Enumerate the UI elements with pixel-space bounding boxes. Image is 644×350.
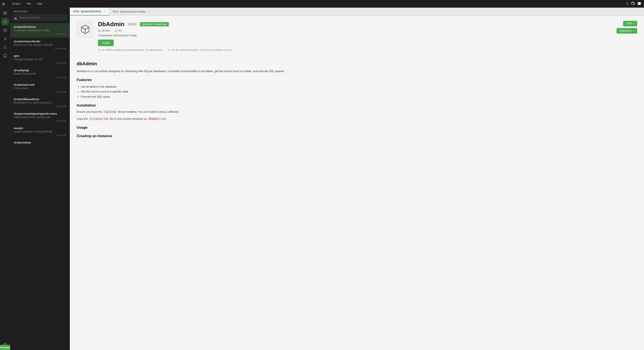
download-count: 40: [118, 29, 122, 32]
twitter-icon[interactable]: 𝕏: [626, 2, 629, 6]
discord-icon[interactable]: 💬: [637, 2, 642, 6]
menu-project[interactable]: Project: [11, 2, 22, 6]
pkg-item-name: @rakis/DbAdmin: [14, 25, 66, 28]
hash-row: vh-NTHVvlKZqRxc8LyyTNok65yQ55a_PJ1zWLb9G…: [98, 49, 612, 51]
code-srcmain: src/main.lua: [88, 117, 109, 121]
apm-button[interactable]: APM ↗: [623, 21, 637, 26]
tab-0[interactable]: PKG: @rakis/DbAdmin×: [70, 8, 110, 15]
feature-item: Execute any SQL query: [81, 94, 637, 99]
sidebar-icon-flask[interactable]: [1, 35, 9, 42]
hash-item-1: vh-NTHVvlKZqRxc8LyyTNok65yQ55a_PJ1zWLb9G…: [98, 49, 162, 51]
package-header: DbAdmin v0.0.5 Updated 1 month ago by @r…: [77, 21, 637, 56]
sidebar-icon-database[interactable]: [1, 26, 9, 34]
menu-utils[interactable]: Utils: [36, 2, 44, 6]
svg-point-5: [4, 29, 6, 30]
package-short-desc: A Database Administrator Utility: [98, 34, 612, 37]
svg-rect-3: [5, 14, 6, 15]
package-list-item[interactable]: apm Package Manager for AO 99 installs: [10, 52, 70, 67]
menu-bar-right: 𝕏 💬: [626, 2, 642, 6]
content-body: dbAdmin dbAdmin is a Lua module designed…: [77, 61, 637, 138]
meta-sep: ·: [112, 29, 113, 32]
package-list-item[interactable]: @sam/Llama-Herder Easy to use fully onch…: [10, 38, 70, 52]
usage-title: Usage: [77, 126, 637, 130]
pkg-item-installs: 190 installs: [14, 47, 66, 50]
install-para-1: Ensure you have the lsqlite3 library ins…: [77, 110, 637, 114]
package-list-item[interactable]: @rakis/ntime: [10, 139, 70, 148]
package-list-item[interactable]: @rakis/DbAdmin A Database Administrator …: [10, 23, 70, 38]
pkg-item-installs: 224 installs: [14, 33, 66, 35]
pkg-item-installs: 16 installs: [14, 134, 66, 137]
package-header-actions: APM ↗ Repository ↗: [616, 21, 637, 34]
content-title: dbAdmin: [77, 61, 637, 67]
hash-value-1: vh-NTHVvlKZqRxc8LyyTNok65yQ55a_PJ1zWLb9G…: [102, 49, 162, 51]
svg-line-11: [85, 28, 87, 29]
search-input[interactable]: [13, 14, 67, 21]
package-list: @rakis/DbAdmin A Database Administrator …: [10, 23, 70, 350]
tab-1[interactable]: PKG: @sam/Llama-Herder: [110, 8, 150, 15]
install-button[interactable]: Install: [98, 39, 114, 46]
pkg-item-desc: WeaveDrive is a client that provid...: [14, 101, 65, 104]
features-title: Features: [77, 78, 637, 82]
sidebar-icon-layers[interactable]: [1, 9, 9, 17]
tab-label: PKG: @sam/Llama-Herder: [113, 10, 146, 13]
package-list-item[interactable]: @aopermawebpackages/kv-base Latest exper…: [10, 110, 70, 124]
creating-title: Creating an Instance: [77, 134, 637, 138]
icon-sidebar: [0, 8, 10, 350]
sidebar-icon-packages[interactable]: [1, 18, 9, 25]
app-body: PACKAGES 🔍 @rakis/DbAdmin A Database Adm…: [0, 8, 644, 350]
svg-line-10: [83, 28, 85, 29]
pkg-item-desc: A Database Administrator Utility: [14, 29, 65, 32]
package-list-item[interactable]: sample sample package to test publishing…: [10, 124, 70, 139]
main-area: PKG: @rakis/DbAdmin×PKG: @sam/Llama-Herd…: [70, 8, 644, 350]
code-lsqlite3: lsqlite3: [103, 110, 117, 114]
pkg-item-installs: 99 installs: [14, 62, 66, 64]
pkg-item-name: sample: [14, 127, 66, 130]
repository-button[interactable]: Repository ↗: [616, 28, 637, 34]
sidebar-icon-book[interactable]: [1, 52, 9, 59]
pkg-item-desc: Reality Protocol API: [14, 72, 65, 75]
package-meta: by @rakis · 40: [98, 29, 612, 32]
package-icon: [80, 24, 90, 34]
tab-label: PKG: @rakis/DbAdmin: [73, 10, 101, 13]
pkg-item-name: @rakis/ntime: [14, 141, 66, 144]
content-intro: dbAdmin is a Lua module designed for int…: [77, 69, 637, 74]
package-list-item[interactable]: @rakis/WeaveDrive WeaveDrive is a client…: [10, 95, 70, 110]
package-list-item[interactable]: @reality/api Reality Protocol API 64 ins…: [10, 67, 70, 81]
package-version: v0.0.5: [127, 22, 137, 26]
hash-item-2: Fk-NVfu8FJ61nbvLUQs-SrCOxtafXiasX5E1vc2k…: [168, 49, 232, 51]
hash-value-2: Fk-NVfu8FJ61nbvLUQs-SrCOxtafXiasX5E1vc2k…: [172, 49, 232, 51]
pkg-item-name: apm: [14, 54, 66, 57]
pkg-item-installs: 16 installs: [14, 120, 66, 122]
external-link-icon-2: ↗: [632, 30, 634, 32]
pkg-item-installs: 64 installs: [14, 76, 66, 79]
pkg-item-desc: Easy to use fully onchain LLM infe...: [14, 43, 65, 46]
app-logo: ▶: [2, 1, 6, 6]
package-list-item[interactable]: @rakis/test-unit A test runner 42 instal…: [10, 81, 70, 95]
tab-close-icon[interactable]: ×: [104, 10, 106, 13]
sidebar-icon-search[interactable]: [1, 43, 9, 51]
github-icon[interactable]: [631, 2, 635, 6]
tab-bar: PKG: @rakis/DbAdmin×PKG: @sam/Llama-Herd…: [70, 8, 644, 16]
package-title-row: DbAdmin v0.0.5 Updated 1 month ago: [98, 21, 612, 28]
svg-rect-2: [4, 14, 5, 15]
connect-button[interactable]: Connect: [0, 345, 10, 350]
package-icon-box: [77, 21, 94, 38]
sidebar-header: PACKAGES: [10, 8, 70, 14]
svg-rect-1: [5, 12, 6, 13]
menu-file[interactable]: File: [25, 2, 32, 6]
search-wrap: 🔍: [10, 14, 70, 23]
package-sidebar: PACKAGES 🔍 @rakis/DbAdmin A Database Adm…: [10, 8, 70, 350]
installation-title: Installation: [77, 103, 637, 108]
pkg-item-installs: 42 installs: [14, 91, 66, 93]
external-link-icon: ↗: [632, 22, 634, 25]
file-icon: [98, 49, 100, 51]
features-list: List all tables in the databaseGet the r…: [81, 84, 637, 99]
pkg-item-desc: Latest experiments, include auth ...: [14, 116, 65, 119]
pkg-item-desc: A test runner: [14, 87, 65, 90]
code-dbadminlua: DbAdmin.lua: [148, 117, 166, 121]
pkg-item-name: @reality/api: [14, 69, 66, 72]
menu-bar: ▶ Project File Utils 𝕏 💬: [0, 0, 644, 8]
feature-item: List all tables in the database: [81, 84, 637, 89]
pkg-item-name: @sam/Llama-Herder: [14, 40, 66, 43]
svg-point-6: [4, 46, 6, 48]
